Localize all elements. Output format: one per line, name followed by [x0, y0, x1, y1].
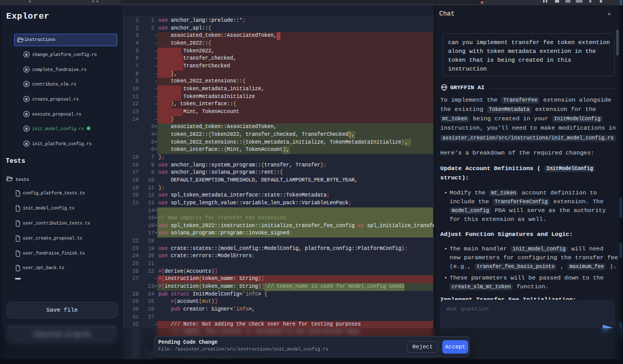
- svg-text:R: R: [25, 67, 28, 72]
- svg-text:R: R: [25, 142, 28, 146]
- svg-text:R: R: [25, 52, 28, 57]
- svg-text:R: R: [25, 97, 28, 102]
- svg-text:R: R: [25, 112, 28, 117]
- svg-text:R: R: [25, 127, 28, 131]
- svg-text:R: R: [25, 82, 28, 87]
